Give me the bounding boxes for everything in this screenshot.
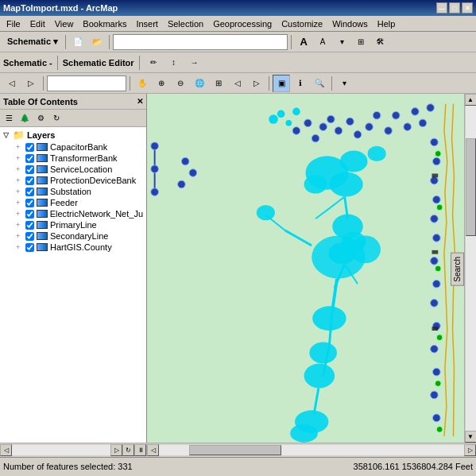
svg-rect-0	[147, 100, 464, 436]
globe-btn[interactable]: 🌐	[191, 75, 208, 92]
layer-checkbox[interactable]	[25, 221, 34, 230]
zoom-out-btn[interactable]: ⊖	[172, 75, 189, 92]
layer-checkbox[interactable]	[25, 143, 34, 152]
map-hscroll: ◁ ▷	[147, 444, 476, 456]
tools-btn[interactable]: 🛠	[371, 33, 389, 51]
svg-point-76	[151, 142, 159, 150]
toc-layer-item[interactable]: + TransformerBank	[0, 153, 146, 164]
svg-point-36	[304, 119, 312, 127]
menu-help[interactable]: Help	[373, 17, 401, 30]
toc-layer-item[interactable]: + ProtectionDeviceBank	[0, 175, 146, 186]
zoom-in-btn[interactable]: ⊕	[153, 75, 170, 92]
arrow-tool[interactable]: →	[186, 54, 203, 72]
toc-layer-item[interactable]: + HartGIS.County	[0, 242, 146, 253]
layer-checkbox[interactable]	[25, 188, 34, 196]
layer-color-icon	[37, 165, 48, 173]
toc-layer-item[interactable]: + Substation	[0, 186, 146, 197]
layer-color-icon	[37, 143, 48, 151]
layer-color-icon	[37, 243, 48, 251]
new-button[interactable]: 📄	[69, 33, 87, 51]
layer-checkbox[interactable]	[25, 243, 34, 252]
toc-refresh-btn2[interactable]: ↻	[122, 444, 134, 456]
layer-checkbox[interactable]	[25, 165, 34, 174]
layer-color-icon	[37, 176, 48, 184]
menu-file[interactable]: File	[2, 17, 25, 30]
text-btn-A-large[interactable]: A	[295, 33, 312, 51]
scroll-down-btn[interactable]: ▼	[465, 431, 477, 443]
layer-checkbox[interactable]	[25, 199, 34, 207]
svg-point-28	[269, 114, 278, 124]
move-tool[interactable]: ↕	[165, 54, 183, 72]
toc-layer-item[interactable]: + PrimaryLine	[0, 219, 146, 230]
toc-layer-item[interactable]: + SecondaryLine	[0, 230, 146, 242]
toc-option-btn[interactable]: ⚙	[33, 111, 48, 126]
toc-layer-item[interactable]: + ElectricNetwork_Net_Ju	[0, 208, 146, 219]
edit-tool[interactable]: ✏	[145, 54, 162, 72]
menu-insert[interactable]: Insert	[131, 17, 163, 30]
toc-scroll-track[interactable]	[12, 445, 110, 455]
svg-point-53	[431, 176, 439, 184]
toc-layer-item[interactable]: + ServiceLocation	[0, 164, 146, 175]
scroll-up-btn[interactable]: ▲	[465, 94, 477, 106]
layer-expand-icon: +	[16, 232, 25, 240]
back-btn[interactable]: ◁	[3, 75, 21, 92]
toc-close-icon[interactable]: ✕	[137, 97, 143, 106]
map-scroll-left[interactable]: ◁	[147, 444, 159, 456]
map-scroll-track[interactable]	[159, 445, 464, 455]
maximize-button[interactable]: □	[449, 2, 460, 14]
menu-view[interactable]: View	[50, 17, 79, 30]
toc-layer-item[interactable]: + CapacitorBank	[0, 141, 146, 153]
map-scroll-thumb[interactable]	[189, 445, 281, 455]
schematic-dropdown[interactable]: Schematic ▾	[3, 33, 62, 51]
map-scroll-right[interactable]: ▷	[464, 444, 476, 456]
more-btn[interactable]: ▾	[333, 33, 350, 51]
layer-checkbox[interactable]	[25, 154, 34, 163]
toc-layer-item[interactable]: + Feeder	[0, 197, 146, 208]
scale-box[interactable]	[47, 75, 126, 91]
identify-btn[interactable]: ℹ	[292, 75, 309, 92]
toc-scroll-right[interactable]: ▷	[110, 444, 122, 456]
svg-point-51	[431, 138, 439, 146]
zoom-next-btn[interactable]: ▷	[248, 75, 265, 92]
sep4	[57, 56, 58, 70]
select-tool[interactable]: ▣	[273, 75, 290, 92]
toc-list-btn[interactable]: ☰	[2, 111, 16, 126]
layer-checkbox[interactable]	[25, 176, 34, 185]
menu-bookmarks[interactable]: Bookmarks	[78, 17, 131, 30]
svg-point-48	[412, 108, 420, 116]
more-tools-btn[interactable]: ▾	[335, 75, 353, 92]
menu-selection[interactable]: Selection	[163, 17, 208, 30]
forward-btn[interactable]: ▷	[22, 75, 40, 92]
layer-checkbox[interactable]	[25, 232, 34, 241]
svg-point-40	[335, 127, 342, 135]
layer-checkbox[interactable]	[25, 210, 34, 219]
toc-scroll-left[interactable]: ◁	[0, 444, 12, 456]
arrange-btn[interactable]: ⊞	[352, 33, 370, 51]
svg-point-78	[151, 188, 159, 196]
search-tab[interactable]: Search	[451, 253, 464, 286]
menu-windows[interactable]: Windows	[327, 17, 373, 30]
layers-group-header[interactable]: ▽ 📁 Layers	[0, 129, 146, 141]
bottom-toolbar: ◁ ▷ ↻ ⏸ ◁ ▷	[0, 443, 476, 457]
schematic-toolbar: Schematic ▾ 📄 📂 A A ▾ ⊞ 🛠	[0, 32, 476, 52]
pan-tool[interactable]: ✋	[134, 75, 151, 92]
text-btn-A-small[interactable]: A	[314, 33, 331, 51]
close-button[interactable]: ✕	[462, 2, 473, 14]
full-extent-btn[interactable]: ⊞	[210, 75, 227, 92]
toc-title: Table Of Contents	[3, 97, 78, 106]
find-btn[interactable]: 🔍	[311, 75, 328, 92]
svg-point-70	[436, 427, 443, 433]
scroll-thumb[interactable]	[466, 138, 476, 236]
scroll-track[interactable]	[466, 106, 476, 431]
toc-pause-btn[interactable]: ⏸	[134, 444, 146, 456]
toc-tree-btn[interactable]: 🌲	[17, 111, 32, 126]
minimize-button[interactable]: —	[436, 2, 447, 14]
menu-edit[interactable]: Edit	[25, 17, 50, 30]
menu-geoprocessing[interactable]: Geoprocessing	[208, 17, 277, 30]
open-button[interactable]: 📂	[88, 33, 106, 51]
schematic-search-box[interactable]	[113, 34, 288, 50]
toc-refresh-btn[interactable]: ↻	[49, 111, 64, 126]
menu-customize[interactable]: Customize	[277, 17, 327, 30]
zoom-prev-btn[interactable]: ◁	[229, 75, 246, 92]
map-area[interactable]: Search	[147, 94, 464, 443]
